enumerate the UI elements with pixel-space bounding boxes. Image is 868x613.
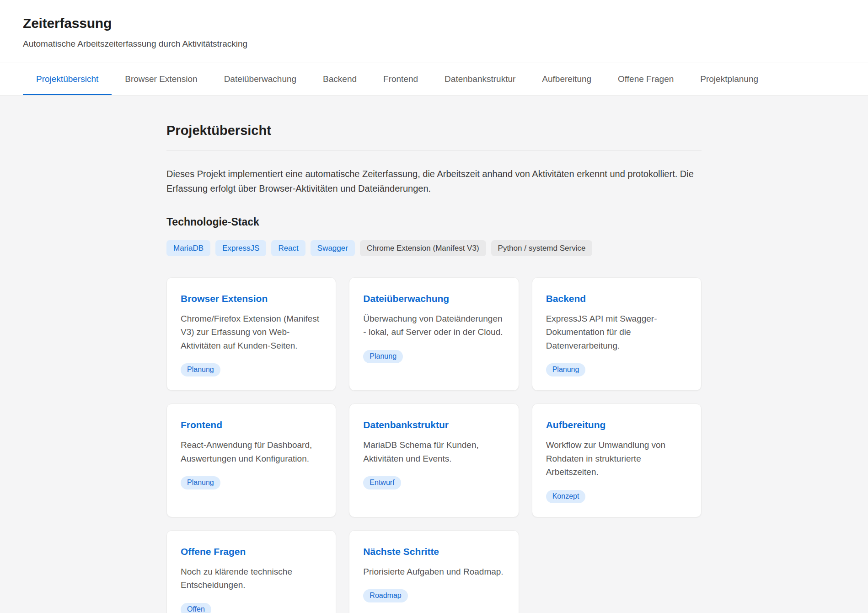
card-description: Überwachung von Dateiänderungen - lokal,… — [363, 312, 504, 339]
tab-aufbereitung[interactable]: Aufbereitung — [529, 63, 605, 95]
tab-dateiueberwachung[interactable]: Dateiüberwachung — [211, 63, 310, 95]
card-offene-fragen: Offene Fragen Noch zu klärende technisch… — [166, 530, 336, 613]
card-dateiueberwachung: Dateiüberwachung Überwachung von Dateiän… — [349, 277, 519, 391]
card-title-backend[interactable]: Backend — [546, 293, 687, 304]
tab-backend[interactable]: Backend — [310, 63, 370, 95]
card-description: ExpressJS API mit Swagger-Dokumentation … — [546, 312, 687, 352]
tech-badge-list: MariaDB ExpressJS React Swagger Chrome E… — [166, 240, 702, 256]
card-backend: Backend ExpressJS API mit Swagger-Dokume… — [532, 277, 702, 391]
card-description: Workflow zur Umwandlung von Rohdaten in … — [546, 438, 687, 479]
tab-bar: Projektübersicht Browser Extension Datei… — [0, 63, 868, 96]
tech-stack-heading: Technologie-Stack — [166, 216, 702, 228]
card-title-dateiueberwachung[interactable]: Dateiüberwachung — [363, 293, 504, 304]
card-grid: Browser Extension Chrome/Firefox Extensi… — [166, 277, 702, 613]
tech-badge-python-systemd: Python / systemd Service — [491, 240, 593, 256]
card-description: Noch zu klärende technische Entscheidung… — [181, 565, 322, 592]
main-content: Projektübersicht Dieses Projekt implemen… — [0, 96, 868, 613]
tech-badge-swagger: Swagger — [311, 240, 355, 256]
card-naechste-schritte: Nächste Schritte Priorisierte Aufgaben u… — [349, 530, 519, 613]
card-description: Chrome/Firefox Extension (Manifest V3) z… — [181, 312, 322, 352]
status-badge: Planung — [546, 363, 586, 376]
tech-badge-chrome-extension: Chrome Extension (Manifest V3) — [360, 240, 486, 256]
card-description: MariaDB Schema für Kunden, Aktivitäten u… — [363, 438, 504, 465]
tech-badge-mariadb: MariaDB — [166, 240, 210, 256]
card-title-frontend[interactable]: Frontend — [181, 419, 322, 430]
tab-projektplanung[interactable]: Projektplanung — [687, 63, 772, 95]
intro-text: Dieses Projekt implementiert eine automa… — [166, 167, 702, 196]
tab-browser-extension[interactable]: Browser Extension — [112, 63, 210, 95]
tech-badge-react: React — [271, 240, 305, 256]
status-badge: Planung — [363, 350, 403, 363]
card-description: React-Anwendung für Dashboard, Auswertun… — [181, 438, 322, 465]
card-title-datenbankstruktur[interactable]: Datenbankstruktur — [363, 419, 504, 430]
page-header: Zeiterfassung Automatische Arbeitszeiter… — [0, 0, 868, 63]
status-badge: Planung — [181, 476, 220, 489]
tab-offene-fragen[interactable]: Offene Fragen — [605, 63, 687, 95]
status-badge: Entwurf — [363, 476, 401, 489]
card-frontend: Frontend React-Anwendung für Dashboard, … — [166, 403, 336, 517]
status-badge: Offen — [181, 603, 211, 613]
status-badge: Planung — [181, 363, 220, 376]
card-title-offene-fragen[interactable]: Offene Fragen — [181, 546, 322, 557]
tech-badge-expressjs: ExpressJS — [215, 240, 266, 256]
page-title: Zeiterfassung — [23, 16, 845, 31]
card-datenbankstruktur: Datenbankstruktur MariaDB Schema für Kun… — [349, 403, 519, 517]
status-badge: Roadmap — [363, 589, 407, 602]
tab-frontend[interactable]: Frontend — [370, 63, 431, 95]
card-browser-extension: Browser Extension Chrome/Firefox Extensi… — [166, 277, 336, 391]
card-aufbereitung: Aufbereitung Workflow zur Umwandlung von… — [532, 403, 702, 517]
tab-datenbankstruktur[interactable]: Datenbankstruktur — [431, 63, 529, 95]
tab-projektuebersicht[interactable]: Projektübersicht — [23, 63, 112, 95]
page-subtitle: Automatische Arbeitszeiterfassung durch … — [23, 39, 845, 49]
card-title-browser-extension[interactable]: Browser Extension — [181, 293, 322, 304]
card-title-naechste-schritte[interactable]: Nächste Schritte — [363, 546, 504, 557]
status-badge: Konzept — [546, 490, 586, 503]
card-description: Priorisierte Aufgaben und Roadmap. — [363, 565, 504, 578]
card-title-aufbereitung[interactable]: Aufbereitung — [546, 419, 687, 430]
section-title: Projektübersicht — [166, 123, 702, 151]
